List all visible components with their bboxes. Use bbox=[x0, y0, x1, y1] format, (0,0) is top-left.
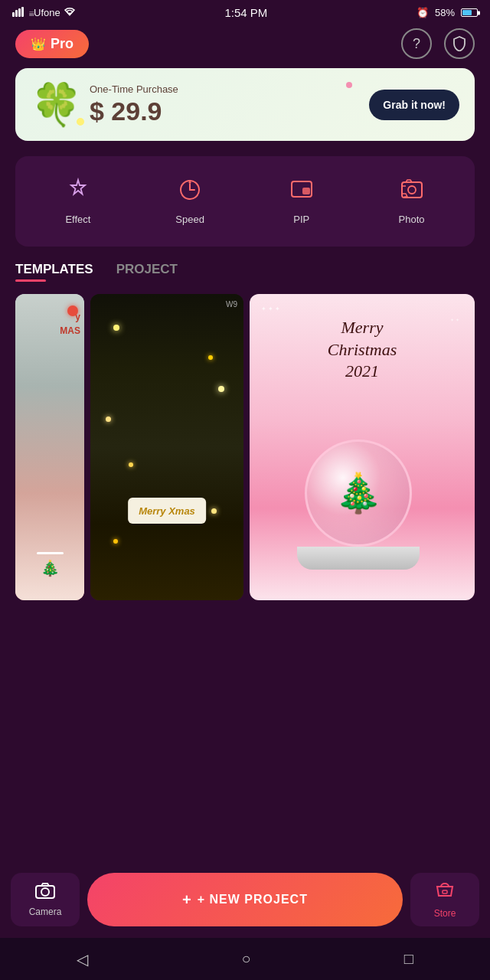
header-icons: ? bbox=[401, 28, 475, 59]
promo-label: One-Time Purchase bbox=[90, 83, 178, 95]
svg-rect-6 bbox=[302, 188, 310, 194]
battery-icon bbox=[461, 8, 478, 17]
shield-button[interactable] bbox=[444, 28, 475, 59]
status-right: ⏰ 58% bbox=[416, 7, 478, 18]
camera-label: Camera bbox=[29, 906, 62, 917]
speed-icon bbox=[178, 178, 202, 207]
svg-rect-2 bbox=[18, 8, 21, 17]
tool-photo[interactable]: Photo bbox=[390, 172, 434, 231]
plus-icon: + bbox=[182, 891, 191, 909]
svg-rect-3 bbox=[21, 7, 24, 17]
promo-decoration-pink bbox=[346, 82, 352, 88]
question-icon: ? bbox=[413, 36, 420, 52]
tools-grid: Effect Speed PIP bbox=[23, 172, 467, 231]
template-card-1[interactable]: yMAS 🎄 bbox=[15, 294, 84, 600]
svg-rect-11 bbox=[443, 890, 447, 893]
system-nav: ◁ ○ □ bbox=[0, 938, 490, 980]
store-label: Store bbox=[434, 908, 456, 919]
photo-icon bbox=[400, 178, 424, 207]
recent-button[interactable]: □ bbox=[381, 942, 436, 975]
pip-label: PIP bbox=[293, 214, 309, 225]
svg-rect-7 bbox=[402, 182, 422, 198]
home-button[interactable]: ○ bbox=[218, 942, 273, 975]
template-card-2[interactable]: W9 Merry Xmas bbox=[90, 294, 243, 600]
battery-percentage: 58% bbox=[435, 7, 455, 18]
grab-now-button[interactable]: Grab it now! bbox=[369, 90, 459, 120]
new-project-label: + NEW PROJECT bbox=[198, 893, 308, 906]
card2-badge: W9 bbox=[226, 300, 237, 309]
tab-templates[interactable]: TEMPLATES bbox=[15, 262, 93, 282]
status-left: ᵢᵢᵢUfone bbox=[12, 6, 76, 19]
pro-label: Pro bbox=[51, 36, 74, 52]
crown-icon: 👑 bbox=[31, 37, 46, 51]
store-icon bbox=[435, 880, 455, 905]
bottom-nav: Camera + + NEW PROJECT Store bbox=[0, 865, 490, 934]
promo-banner: 🍀 One-Time Purchase $ 29.9 Grab it now! bbox=[15, 68, 475, 141]
help-button[interactable]: ? bbox=[401, 28, 432, 59]
template-card-3[interactable]: ✦ ✦ ✦ ✦ ✦ MerryChristmas2021 🎄 bbox=[250, 294, 475, 600]
tool-pip[interactable]: PIP bbox=[280, 172, 323, 231]
effect-label: Effect bbox=[65, 214, 90, 225]
camera-icon bbox=[35, 882, 55, 903]
tool-speed[interactable]: Speed bbox=[166, 172, 214, 231]
signal-icon bbox=[12, 6, 26, 19]
tool-effect[interactable]: Effect bbox=[56, 172, 100, 231]
svg-rect-1 bbox=[15, 10, 18, 17]
svg-point-8 bbox=[408, 186, 416, 194]
svg-rect-0 bbox=[12, 12, 15, 17]
promo-price: $ 29.9 bbox=[90, 96, 178, 126]
tab-project[interactable]: PROJECT bbox=[116, 262, 178, 282]
time-display: 1:54 PM bbox=[224, 6, 267, 19]
wifi-icon bbox=[64, 7, 76, 19]
pip-icon bbox=[289, 178, 314, 207]
camera-button[interactable]: Camera bbox=[11, 873, 80, 926]
card3-title: MerryChristmas2021 bbox=[250, 317, 475, 383]
back-button[interactable]: ◁ bbox=[54, 942, 111, 976]
promo-left: 🍀 One-Time Purchase $ 29.9 bbox=[31, 80, 178, 129]
pro-badge[interactable]: 👑 Pro bbox=[15, 30, 89, 58]
status-bar: ᵢᵢᵢUfone 1:54 PM ⏰ 58% bbox=[0, 0, 490, 22]
alarm-icon: ⏰ bbox=[416, 7, 429, 18]
templates-grid: yMAS 🎄 W9 bbox=[0, 294, 490, 608]
promo-text: One-Time Purchase $ 29.9 bbox=[90, 83, 178, 126]
tabs-section: TEMPLATES PROJECT bbox=[0, 262, 490, 282]
card2-label: Merry Xmas bbox=[128, 498, 206, 524]
snow-globe: 🎄 bbox=[305, 439, 420, 570]
new-project-button[interactable]: + + NEW PROJECT bbox=[87, 873, 403, 926]
app-header: 👑 Pro ? bbox=[0, 22, 490, 68]
svg-point-10 bbox=[41, 888, 49, 896]
tools-section: Effect Speed PIP bbox=[15, 156, 475, 247]
clover-icon: 🍀 bbox=[31, 80, 82, 129]
effect-icon bbox=[66, 178, 90, 207]
speed-label: Speed bbox=[175, 214, 204, 225]
carrier-label: ᵢᵢᵢUfone bbox=[29, 7, 60, 18]
photo-label: Photo bbox=[399, 214, 425, 225]
store-button[interactable]: Store bbox=[410, 873, 479, 926]
